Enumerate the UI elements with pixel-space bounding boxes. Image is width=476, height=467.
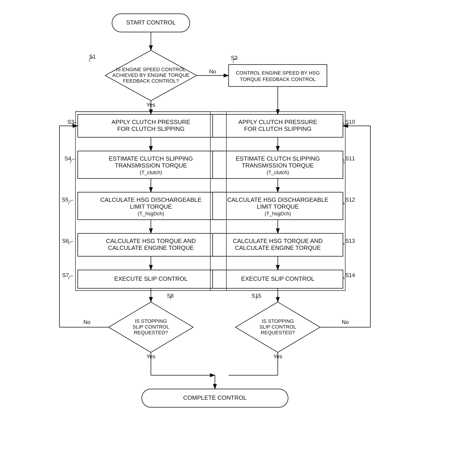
s8-diamond-line1: IS STOPPING: [135, 318, 167, 324]
s6-line2: CALCULATE ENGINE TORQUE: [108, 244, 194, 251]
s11-line1: ESTIMATE CLUTCH SLIPPING: [236, 155, 320, 162]
s5-line2: LIMIT TORQUE: [130, 203, 172, 210]
s4-line3: (T_clutch): [140, 169, 162, 175]
s5-label: S5: [62, 196, 68, 203]
s3-label: S3: [67, 119, 74, 125]
s8-diamond-line3: REQUESTED?: [134, 330, 168, 336]
no-label-s1: No: [209, 68, 216, 75]
s1-diamond-line1: IS ENGINE SPEED CONTROL: [116, 66, 186, 72]
flowchart-svg: START CONTROL S1 IS ENGINE SPEED CONTROL…: [0, 0, 476, 467]
s11-line3: (T_clutch): [267, 169, 289, 175]
complete-label: COMPLETE CONTROL: [183, 394, 247, 401]
s4-label: S4: [64, 155, 71, 162]
s2-line2: TORQUE FEEDBACK CONTROL: [240, 77, 316, 82]
s2-line1: CONTROL ENGINE SPEED BY HSG: [236, 70, 320, 76]
s8-diamond-line2: SLIP CONTROL: [133, 324, 169, 330]
s13-line2: CALCULATE ENGINE TORQUE: [235, 244, 321, 251]
s12-line3: (T_hsgDch): [265, 211, 291, 217]
s5-line3: (T_hsgDch): [138, 211, 164, 217]
s2-label: S2: [231, 55, 238, 61]
s12-line1: CALCULATE HSG DISCHARGEABLE: [227, 196, 328, 203]
s4-line1: ESTIMATE CLUTCH SLIPPING: [109, 155, 193, 162]
s1-label: S1: [89, 53, 96, 60]
s14-label: S14: [345, 272, 355, 278]
s6-label: S6: [62, 238, 69, 244]
s6-line1: CALCULATE HSG TORQUE AND: [106, 237, 196, 244]
s10-line2: FOR CLUTCH SLIPPING: [244, 125, 312, 132]
s15-diamond-line1: IS STOPPING: [262, 318, 294, 324]
s12-line2: LIMIT TORQUE: [257, 203, 299, 210]
s5-line1: CALCULATE HSG DISCHARGEABLE: [100, 196, 201, 203]
no-label-s8: No: [83, 319, 90, 325]
s1-diamond-line2: ACHIEVED BY ENGINE TORQUE: [112, 72, 189, 78]
s14-text: EXECUTE SLIP CONTROL: [241, 275, 314, 282]
s7-text: EXECUTE SLIP CONTROL: [114, 275, 188, 282]
s11-label: S11: [345, 155, 355, 162]
start-label: START CONTROL: [126, 19, 176, 26]
s15-diamond-line3: REQUESTED?: [261, 330, 295, 336]
no-label-s15: No: [342, 319, 349, 325]
s4-line2: TRANSMISSION TORQUE: [115, 162, 187, 169]
s11-line2: TRANSMISSION TORQUE: [242, 162, 314, 169]
s3-line2: FOR CLUTCH SLIPPING: [117, 125, 185, 132]
s3-line1: APPLY CLUTCH PRESSURE: [112, 118, 190, 125]
s10-label: S10: [345, 119, 355, 125]
s13-label: S13: [345, 238, 355, 244]
s15-diamond-line2: SLIP CONTROL: [260, 324, 296, 330]
s8-label: S8: [167, 293, 174, 299]
s7-label: S7: [62, 272, 69, 278]
s1-diamond-line3: FEEDBACK CONTROL?: [123, 78, 179, 84]
s12-label: S12: [345, 196, 355, 203]
s13-line1: CALCULATE HSG TORQUE AND: [233, 237, 323, 244]
s10-line1: APPLY CLUTCH PRESSURE: [238, 118, 317, 125]
